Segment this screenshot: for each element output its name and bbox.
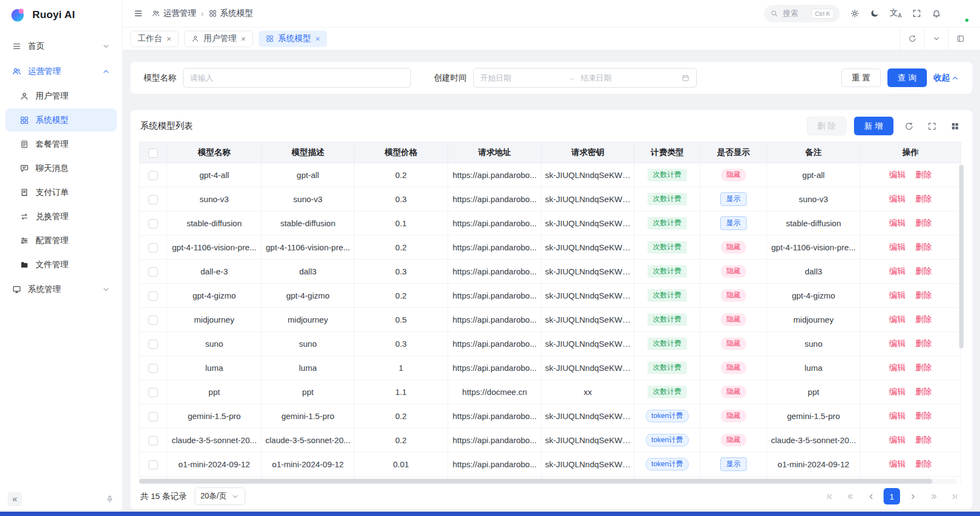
tab-refresh-button[interactable] [900, 27, 924, 50]
delete-link[interactable]: 删除 [915, 218, 932, 227]
prev-page-button[interactable] [863, 488, 879, 504]
logo-icon [10, 7, 26, 23]
page-size-select[interactable]: 20条/页 [194, 488, 245, 505]
row-checkbox[interactable] [148, 267, 158, 277]
sidebar-item-operations[interactable]: 运营管理 [5, 59, 117, 83]
row-checkbox[interactable] [148, 412, 158, 421]
settings-button[interactable] [850, 9, 859, 18]
tab-workbench[interactable]: 工作台 × [130, 31, 179, 47]
delete-link[interactable]: 删除 [915, 266, 932, 276]
row-checkbox[interactable] [148, 316, 158, 325]
delete-link[interactable]: 删除 [915, 314, 932, 324]
tab-menu-button[interactable] [924, 27, 948, 50]
breadcrumb-item-operations[interactable]: 运营管理 [152, 8, 196, 19]
edit-link[interactable]: 编辑 [889, 194, 906, 203]
first-page-button[interactable] [821, 488, 838, 504]
edit-link[interactable]: 编辑 [889, 363, 906, 372]
edit-link[interactable]: 编辑 [889, 314, 906, 324]
edit-link[interactable]: 编辑 [889, 218, 906, 227]
sidebar-item-chat-messages[interactable]: 聊天消息 [5, 157, 117, 180]
tab-user-management[interactable]: 用户管理 × [184, 31, 253, 47]
sidebar-item-file-management[interactable]: 文件管理 [5, 253, 117, 276]
fullscreen-button[interactable] [912, 9, 921, 18]
date-range-picker[interactable]: → [473, 68, 697, 88]
next-5-pages-button[interactable] [925, 488, 942, 504]
sidebar-item-system-management[interactable]: 系统管理 [5, 277, 117, 301]
edit-link[interactable]: 编辑 [889, 339, 906, 348]
translate-icon[interactable]: 文A [890, 8, 902, 19]
row-checkbox[interactable] [148, 291, 158, 301]
reset-button[interactable]: 重 置 [841, 68, 881, 87]
vertical-scrollbar-thumb[interactable] [959, 165, 964, 348]
next-page-button[interactable] [904, 488, 921, 504]
row-checkbox[interactable] [148, 243, 158, 253]
delete-link[interactable]: 删除 [915, 459, 932, 468]
delete-link[interactable]: 删除 [915, 411, 932, 420]
horizontal-scrollbar[interactable] [139, 479, 957, 484]
close-icon[interactable]: × [167, 35, 171, 43]
horizontal-scrollbar-thumb[interactable] [139, 479, 932, 484]
edit-link[interactable]: 编辑 [889, 411, 906, 420]
column-settings-button[interactable] [947, 118, 962, 134]
batch-delete-button[interactable]: 删 除 [807, 117, 846, 135]
pin-icon[interactable] [105, 495, 114, 504]
delete-link[interactable]: 删除 [915, 387, 932, 396]
last-page-button[interactable] [946, 488, 962, 504]
model-name-input[interactable] [183, 68, 411, 88]
select-all-checkbox[interactable] [148, 148, 158, 158]
row-checkbox[interactable] [148, 460, 158, 469]
sidebar-item-home[interactable]: 首页 [5, 34, 117, 58]
table-refresh-button[interactable] [901, 118, 916, 134]
row-checkbox[interactable] [148, 364, 158, 373]
row-checkbox[interactable] [148, 219, 158, 228]
start-date-input[interactable] [480, 73, 563, 82]
logo[interactable]: Ruoyi AI [0, 0, 122, 30]
edit-link[interactable]: 编辑 [889, 266, 906, 276]
sidebar-collapse-button[interactable]: « [8, 492, 22, 506]
row-checkbox[interactable] [148, 171, 158, 180]
user-avatar[interactable] [952, 5, 969, 22]
close-icon[interactable]: × [241, 35, 246, 43]
sidebar-item-payment-orders[interactable]: 支付订单 [5, 181, 117, 204]
hamburger-menu-icon[interactable] [134, 9, 143, 18]
breadcrumb-item-system-models[interactable]: 系统模型 [209, 8, 253, 19]
delete-link[interactable]: 删除 [915, 170, 932, 179]
delete-link[interactable]: 删除 [915, 242, 932, 251]
end-date-input[interactable] [581, 73, 663, 82]
row-checkbox[interactable] [148, 388, 158, 397]
sidebar-item-user-management[interactable]: 用户管理 [5, 84, 117, 107]
vertical-scrollbar[interactable] [959, 165, 964, 472]
sidebar-item-system-models[interactable]: 系统模型 [5, 108, 117, 131]
delete-link[interactable]: 删除 [915, 290, 932, 300]
edit-link[interactable]: 编辑 [889, 435, 906, 444]
dark-mode-toggle[interactable] [870, 9, 879, 18]
global-search[interactable]: 搜索 Ctrl K [764, 5, 840, 22]
row-checkbox[interactable] [148, 195, 158, 204]
sidebar-item-plan-management[interactable]: 套餐管理 [5, 133, 117, 156]
add-button[interactable]: 新 增 [854, 117, 893, 135]
sidebar-item-exchange-management[interactable]: 兑换管理 [5, 205, 117, 228]
edit-link[interactable]: 编辑 [889, 290, 906, 300]
close-icon[interactable]: × [316, 35, 320, 43]
table-fullscreen-button[interactable] [924, 118, 939, 134]
breadcrumb-separator: › [201, 9, 204, 18]
delete-link[interactable]: 删除 [915, 363, 932, 372]
edit-link[interactable]: 编辑 [889, 459, 906, 468]
prev-5-pages-button[interactable] [842, 488, 858, 504]
query-button[interactable]: 查 询 [887, 68, 927, 87]
delete-link[interactable]: 删除 [915, 435, 932, 444]
edit-link[interactable]: 编辑 [889, 387, 906, 396]
sidebar-item-config-management[interactable]: 配置管理 [5, 229, 117, 252]
current-page-button[interactable]: 1 [884, 488, 900, 504]
tab-system-models[interactable]: 系统模型 × [259, 31, 328, 47]
delete-link[interactable]: 删除 [915, 339, 932, 348]
edit-link[interactable]: 编辑 [889, 170, 906, 179]
notifications-button[interactable] [932, 9, 941, 18]
row-checkbox[interactable] [148, 436, 158, 445]
create-time-label: 创建时间 [434, 73, 467, 83]
content-fullscreen-button[interactable] [948, 27, 972, 50]
delete-link[interactable]: 删除 [915, 194, 932, 203]
edit-link[interactable]: 编辑 [889, 242, 906, 251]
collapse-filters-link[interactable]: 收起 [933, 73, 959, 83]
row-checkbox[interactable] [148, 340, 158, 349]
